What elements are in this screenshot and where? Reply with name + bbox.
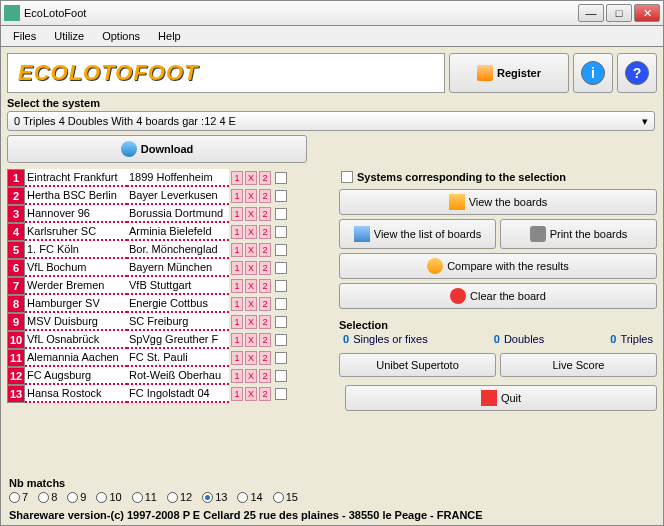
away-team[interactable]: FC St. Pauli: [127, 349, 229, 367]
match-checkbox[interactable]: [275, 298, 287, 310]
match-checkbox[interactable]: [275, 280, 287, 292]
checkbox-icon[interactable]: [341, 171, 353, 183]
match-checkbox[interactable]: [275, 190, 287, 202]
match-checkbox[interactable]: [275, 226, 287, 238]
bet-boxes[interactable]: 1X2: [231, 207, 271, 221]
nb-option[interactable]: 13: [202, 491, 227, 503]
home-team[interactable]: FC Augsburg: [25, 367, 127, 385]
menu-utilize[interactable]: Utilize: [46, 28, 92, 44]
home-team[interactable]: 1. FC Köln: [25, 241, 127, 259]
close-button[interactable]: ✕: [634, 4, 660, 22]
match-row: 3 Hannover 96 Borussia Dortmund 1X2: [7, 205, 327, 223]
radio-icon[interactable]: [273, 492, 284, 503]
away-team[interactable]: Arminia Bielefeld: [127, 223, 229, 241]
home-team[interactable]: VfL Osnabrück: [25, 331, 127, 349]
menu-help[interactable]: Help: [150, 28, 189, 44]
away-team[interactable]: Bayer Leverkusen: [127, 187, 229, 205]
home-team[interactable]: Hannover 96: [25, 205, 127, 223]
quit-button[interactable]: Quit: [345, 385, 657, 411]
nb-option[interactable]: 15: [273, 491, 298, 503]
system-dropdown[interactable]: 0 Triples 4 Doubles With 4 boards gar :1…: [7, 111, 655, 131]
match-checkbox[interactable]: [275, 370, 287, 382]
nb-option[interactable]: 9: [67, 491, 86, 503]
home-team[interactable]: Eintracht Frankfurt: [25, 169, 127, 187]
match-checkbox[interactable]: [275, 334, 287, 346]
bet-boxes[interactable]: 1X2: [231, 297, 271, 311]
radio-icon[interactable]: [67, 492, 78, 503]
home-team[interactable]: Hansa Rostock: [25, 385, 127, 403]
away-team[interactable]: Bayern München: [127, 259, 229, 277]
radio-icon[interactable]: [132, 492, 143, 503]
bet-boxes[interactable]: 1X2: [231, 369, 271, 383]
radio-icon[interactable]: [237, 492, 248, 503]
home-team[interactable]: Alemannia Aachen: [25, 349, 127, 367]
list-icon: [354, 226, 370, 242]
print-button[interactable]: Print the boards: [500, 219, 657, 249]
home-team[interactable]: VfL Bochum: [25, 259, 127, 277]
match-checkbox[interactable]: [275, 172, 287, 184]
nb-matchs: Nb matchs 789101112131415: [9, 477, 298, 503]
home-team[interactable]: Karlsruher SC: [25, 223, 127, 241]
match-row: 13 Hansa Rostock FC Ingolstadt 04 1X2: [7, 385, 327, 403]
away-team[interactable]: VfB Stuttgart: [127, 277, 229, 295]
bet-boxes[interactable]: 1X2: [231, 189, 271, 203]
bet-boxes[interactable]: 1X2: [231, 351, 271, 365]
info-button[interactable]: i: [573, 53, 613, 93]
home-team[interactable]: MSV Duisburg: [25, 313, 127, 331]
unibet-button[interactable]: Unibet Supertoto: [339, 353, 496, 377]
help-button[interactable]: ?: [617, 53, 657, 93]
bet-boxes[interactable]: 1X2: [231, 387, 271, 401]
radio-icon[interactable]: [96, 492, 107, 503]
away-team[interactable]: FC Ingolstadt 04: [127, 385, 229, 403]
radio-icon[interactable]: [167, 492, 178, 503]
bet-boxes[interactable]: 1X2: [231, 333, 271, 347]
nb-option[interactable]: 8: [38, 491, 57, 503]
away-team[interactable]: Borussia Dortmund: [127, 205, 229, 223]
match-checkbox[interactable]: [275, 244, 287, 256]
nb-option[interactable]: 10: [96, 491, 121, 503]
view-icon: [449, 194, 465, 210]
nb-option[interactable]: 12: [167, 491, 192, 503]
match-number: 4: [7, 223, 25, 241]
match-checkbox[interactable]: [275, 352, 287, 364]
menu-files[interactable]: Files: [5, 28, 44, 44]
home-team[interactable]: Hamburger SV: [25, 295, 127, 313]
register-button[interactable]: Register: [449, 53, 569, 93]
bet-boxes[interactable]: 1X2: [231, 261, 271, 275]
match-number: 10: [7, 331, 25, 349]
view-list-button[interactable]: View the list of boards: [339, 219, 496, 249]
compare-button[interactable]: Compare with the results: [339, 253, 657, 279]
away-team[interactable]: Bor. Mönchenglad: [127, 241, 229, 259]
menu-options[interactable]: Options: [94, 28, 148, 44]
home-team[interactable]: Hertha BSC Berlin: [25, 187, 127, 205]
home-team[interactable]: Werder Bremen: [25, 277, 127, 295]
nb-option[interactable]: 7: [9, 491, 28, 503]
bet-boxes[interactable]: 1X2: [231, 171, 271, 185]
bet-boxes[interactable]: 1X2: [231, 225, 271, 239]
bet-boxes[interactable]: 1X2: [231, 279, 271, 293]
close-icon: [481, 390, 497, 406]
match-checkbox[interactable]: [275, 262, 287, 274]
minimize-button[interactable]: —: [578, 4, 604, 22]
systems-checkbox-row[interactable]: Systems corresponding to the selection: [339, 169, 657, 185]
nb-option[interactable]: 14: [237, 491, 262, 503]
bet-boxes[interactable]: 1X2: [231, 315, 271, 329]
radio-icon[interactable]: [9, 492, 20, 503]
view-boards-button[interactable]: View the boards: [339, 189, 657, 215]
bet-boxes[interactable]: 1X2: [231, 243, 271, 257]
away-team[interactable]: SpVgg Greuther F: [127, 331, 229, 349]
away-team[interactable]: Energie Cottbus: [127, 295, 229, 313]
livescore-button[interactable]: Live Score: [500, 353, 657, 377]
maximize-button[interactable]: □: [606, 4, 632, 22]
match-checkbox[interactable]: [275, 208, 287, 220]
download-button[interactable]: Download: [7, 135, 307, 163]
clear-button[interactable]: Clear the board: [339, 283, 657, 309]
match-checkbox[interactable]: [275, 388, 287, 400]
away-team[interactable]: Rot-Weiß Oberhau: [127, 367, 229, 385]
away-team[interactable]: SC Freiburg: [127, 313, 229, 331]
radio-icon[interactable]: [202, 492, 213, 503]
away-team[interactable]: 1899 Hoffenheim: [127, 169, 229, 187]
nb-option[interactable]: 11: [132, 491, 157, 503]
radio-icon[interactable]: [38, 492, 49, 503]
match-checkbox[interactable]: [275, 316, 287, 328]
